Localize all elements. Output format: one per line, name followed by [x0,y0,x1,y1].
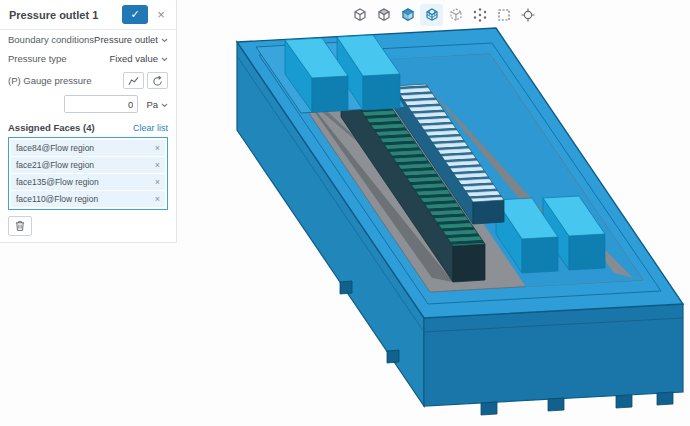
undo-icon [152,75,163,86]
pressure-type-label: Pressure type [8,53,67,64]
trash-icon [15,220,25,232]
boundary-conditions-label: Boundary conditions [8,34,94,45]
hide-faces-icon[interactable] [372,4,395,26]
face-list-item[interactable]: face21@Flow region × [11,157,165,173]
close-button[interactable]: × [152,6,170,24]
show-faces-icon[interactable] [396,4,419,26]
box-select-icon[interactable] [492,4,515,26]
face-label: face135@Flow region [16,177,99,187]
mesh-view-icon[interactable] [420,4,443,26]
gauge-pressure-input-row: Pa [0,93,176,117]
chart-icon [128,76,139,86]
assigned-faces-list: face84@Flow region × face21@Flow region … [8,137,168,210]
table-input-button[interactable] [123,72,144,89]
reset-view-icon[interactable] [516,4,539,26]
check-icon: ✓ [130,8,139,20]
gauge-pressure-input[interactable] [64,95,138,113]
boundary-conditions-select[interactable]: Pressure outlet [94,34,168,45]
face-list-item[interactable]: face84@Flow region × [11,140,165,156]
remove-face-icon[interactable]: × [155,177,160,187]
chevron-down-icon [161,53,168,64]
unit-select[interactable]: Pa [146,99,168,110]
reset-value-button[interactable] [147,72,168,89]
face-label: face84@Flow region [16,143,94,153]
isometric-view-icon[interactable] [348,4,371,26]
transparent-faces-icon[interactable] [444,4,467,26]
assigned-faces-label: Assigned Faces (4) [8,122,95,133]
chevron-down-icon [161,34,168,45]
viewer-toolbar [348,4,539,26]
chevron-down-icon [161,99,168,110]
assigned-faces-header: Assigned Faces (4) Clear list [0,117,176,136]
clear-list-link[interactable]: Clear list [133,123,168,133]
pressure-type-value: Fixed value [109,53,158,64]
unit-value: Pa [146,99,158,110]
model-3d[interactable] [237,28,683,415]
remove-face-icon[interactable]: × [155,194,160,204]
page-title: Pressure outlet 1 [9,9,118,21]
face-label: face110@Flow region [16,194,98,204]
boundary-conditions-value: Pressure outlet [94,34,158,45]
panel-header: Pressure outlet 1 ✓ × [0,0,176,30]
pressure-type-select[interactable]: Fixed value [109,53,168,64]
gauge-pressure-label: (P) Gauge pressure [8,75,91,86]
boundary-condition-panel: Pressure outlet 1 ✓ × Boundary condition… [0,0,177,243]
gauge-pressure-row: (P) Gauge pressure [0,68,176,93]
simulation-app: { "panel": { "title": "Pressure outlet 1… [0,0,690,426]
close-icon: × [157,7,165,22]
face-list-item[interactable]: face135@Flow region × [11,174,165,190]
remove-face-icon[interactable]: × [155,160,160,170]
boundary-conditions-row: Boundary conditions Pressure outlet [0,30,176,49]
pressure-type-row: Pressure type Fixed value [0,49,176,68]
delete-button[interactable] [8,216,32,236]
right-wall-face[interactable] [424,304,683,406]
face-list-item[interactable]: face110@Flow region × [11,191,165,207]
apply-button[interactable]: ✓ [122,5,148,24]
show-vertices-icon[interactable] [468,4,491,26]
remove-face-icon[interactable]: × [155,143,160,153]
face-label: face21@Flow region [16,160,94,170]
